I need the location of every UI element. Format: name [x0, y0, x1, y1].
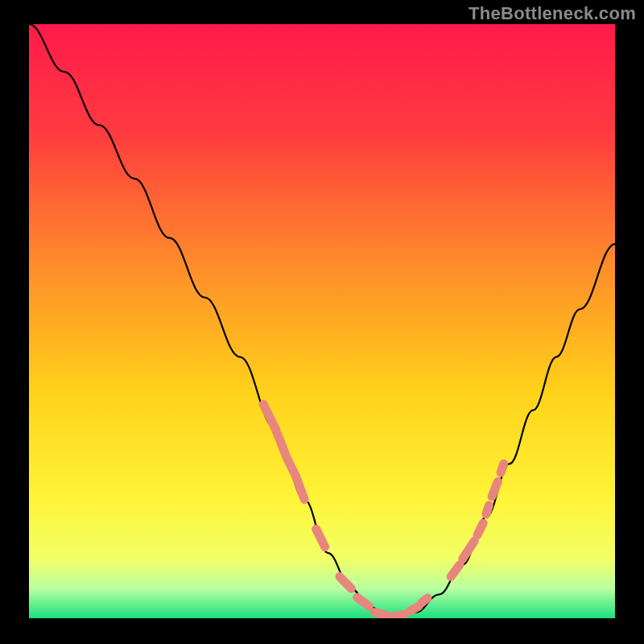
highlight-segment — [492, 481, 497, 496]
watermark-text: TheBottleneck.com — [469, 3, 636, 24]
highlight-segment — [375, 613, 387, 616]
bottleneck-chart — [0, 0, 644, 644]
plot-background — [29, 24, 615, 618]
highlight-segment — [486, 506, 489, 514]
highlight-segment — [422, 598, 427, 603]
highlight-segment — [410, 606, 419, 611]
highlight-segment — [392, 615, 404, 617]
highlight-segment — [477, 523, 483, 535]
highlight-segment — [501, 464, 504, 473]
chart-stage: TheBottleneck.com — [0, 0, 644, 644]
